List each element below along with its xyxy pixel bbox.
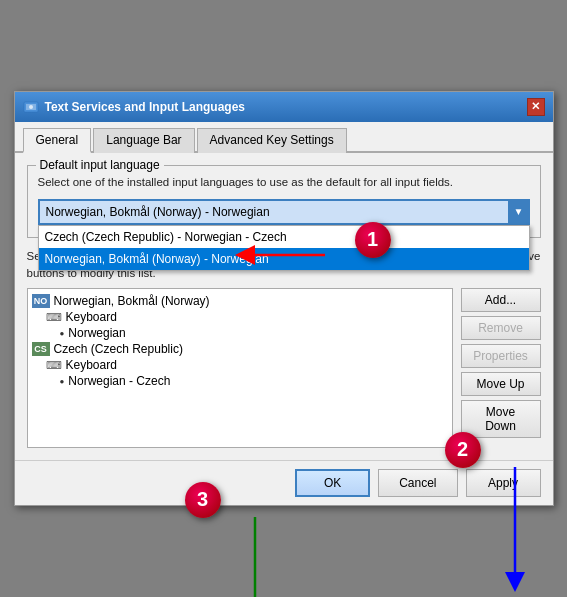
move-down-button[interactable]: Move Down (461, 400, 541, 438)
tab-language-bar[interactable]: Language Bar (93, 128, 194, 153)
title-icon (23, 99, 39, 115)
default-input-desc: Select one of the installed input langua… (38, 174, 530, 191)
badge-cs: CS (32, 342, 50, 356)
apply-button[interactable]: Apply (466, 469, 541, 497)
tree-label-keyboard-no: Keyboard (66, 310, 117, 324)
installed-services-section: Select the services that you want for ea… (27, 248, 541, 449)
service-buttons: Add... Remove Properties Move Up Move Do… (461, 288, 541, 448)
green-arrow (235, 512, 275, 597)
dialog-content: Default input language Select one of the… (15, 153, 553, 461)
add-button[interactable]: Add... (461, 288, 541, 312)
dropdown-item-czech[interactable]: Czech (Czech Republic) - Norwegian - Cze… (39, 226, 529, 248)
tab-general[interactable]: General (23, 128, 92, 153)
default-input-group: Default input language Select one of the… (27, 165, 541, 238)
tree-item-norwegian: ● Norwegian (32, 325, 448, 341)
language-dropdown[interactable]: Norwegian, Bokmål (Norway) - Norwegian (38, 199, 530, 225)
title-bar-left: Text Services and Input Languages (23, 99, 246, 115)
tab-advanced-key-settings[interactable]: Advanced Key Settings (197, 128, 347, 153)
ok-button[interactable]: OK (295, 469, 370, 497)
services-tree[interactable]: NO Norwegian, Bokmål (Norway) ⌨ Keyboard… (27, 288, 453, 448)
svg-point-2 (29, 105, 33, 109)
language-dropdown-container: Norwegian, Bokmål (Norway) - Norwegian ▼… (38, 199, 530, 225)
tree-label-no: Norwegian, Bokmål (Norway) (54, 294, 210, 308)
dialog-title: Text Services and Input Languages (45, 100, 246, 114)
move-up-button[interactable]: Move Up (461, 372, 541, 396)
tree-label-norwegian: Norwegian (68, 326, 125, 340)
dropdown-item-norwegian[interactable]: Norwegian, Bokmål (Norway) - Norwegian (39, 248, 529, 270)
tree-item-no: NO Norwegian, Bokmål (Norway) (32, 293, 448, 309)
badge-no: NO (32, 294, 50, 308)
dialog-window: Text Services and Input Languages ✕ Gene… (14, 91, 554, 507)
keyboard-icon-cs: ⌨ (46, 359, 62, 372)
tree-item-keyboard-no: ⌨ Keyboard (32, 309, 448, 325)
remove-button[interactable]: Remove (461, 316, 541, 340)
tree-label-keyboard-cs: Keyboard (66, 358, 117, 372)
tree-label-norwegian-czech: Norwegian - Czech (68, 374, 170, 388)
tree-item-keyboard-cs: ⌨ Keyboard (32, 357, 448, 373)
title-bar: Text Services and Input Languages ✕ (15, 92, 553, 122)
dropdown-popup: Czech (Czech Republic) - Norwegian - Cze… (38, 225, 530, 271)
services-layout: NO Norwegian, Bokmål (Norway) ⌨ Keyboard… (27, 288, 541, 448)
close-button[interactable]: ✕ (527, 98, 545, 116)
tree-item-cs: CS Czech (Czech Republic) (32, 341, 448, 357)
tab-bar: General Language Bar Advanced Key Settin… (15, 122, 553, 153)
default-input-label: Default input language (36, 158, 164, 172)
properties-button[interactable]: Properties (461, 344, 541, 368)
bullet-no: ● (60, 329, 65, 338)
keyboard-icon-no: ⌨ (46, 311, 62, 324)
dialog-footer: OK Cancel Apply (15, 460, 553, 505)
bullet-cs: ● (60, 377, 65, 386)
tree-label-cs: Czech (Czech Republic) (54, 342, 183, 356)
cancel-button[interactable]: Cancel (378, 469, 457, 497)
tree-item-norwegian-czech: ● Norwegian - Czech (32, 373, 448, 389)
